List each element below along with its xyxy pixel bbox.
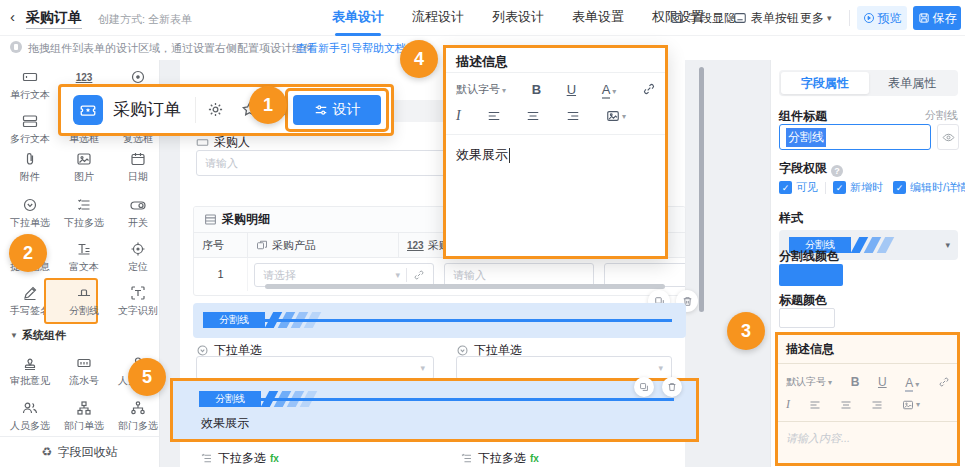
back-icon[interactable]: ‹ — [10, 8, 15, 25]
design-button[interactable]: 设计 — [293, 95, 381, 125]
description-popup: 描述信息 默认字号▾ B U A▾ I ▾ 效果展示 — [443, 45, 668, 259]
annotation-circle-4: 4 — [400, 40, 438, 78]
tab-flow-design[interactable]: 流程设计 — [409, 0, 467, 36]
form-button-icon — [733, 11, 747, 25]
selected-text: 分割线 — [786, 128, 826, 147]
form-designer-app: ‹ 采购订单 创建方式: 全新表单 表单设计 流程设计 列表设计 表单设置 权限… — [0, 0, 965, 467]
sidebar-item-select-single[interactable]: 下拉单选 — [4, 196, 56, 230]
perm-visible-label[interactable]: 可见 — [796, 180, 818, 195]
popup-divider — [446, 134, 665, 135]
single-text-icon — [196, 136, 209, 149]
select-multi-icon — [58, 196, 110, 214]
divider-pill: 分割线 — [199, 391, 261, 407]
field-visibility-button[interactable]: 字段显隐 — [670, 0, 736, 36]
chevron-down-icon: ▾ — [658, 363, 663, 373]
chevron-down-icon: ▾ — [622, 112, 626, 121]
link-icon[interactable] — [642, 82, 656, 96]
sidebar-item-ocr[interactable]: 文字识别 — [112, 284, 164, 318]
link-icon[interactable] — [938, 376, 950, 388]
checkbox-checked-icon[interactable]: ✓ — [893, 181, 906, 194]
desc-placeholder[interactable]: 请输入内容... — [786, 431, 850, 446]
align-left-icon[interactable] — [809, 399, 821, 411]
font-size-dropdown[interactable]: 默认字号▾ — [786, 375, 832, 389]
popup-divider — [446, 72, 665, 73]
sidebar-item-member-multi[interactable]: 人员多选 — [4, 399, 56, 433]
triangle-down-icon: ▼ — [10, 331, 18, 340]
tab-form-properties[interactable]: 表单属性 — [869, 72, 957, 94]
section-divider — [778, 363, 957, 364]
sidebar-item-location[interactable]: 定位 — [112, 240, 164, 274]
title-color-swatch[interactable] — [779, 308, 835, 328]
divider-component-demo[interactable]: 分割线 — [199, 391, 678, 407]
more-menu[interactable]: 更多▾ — [800, 0, 832, 36]
align-center-icon[interactable] — [526, 109, 540, 123]
desc-section-title: 描述信息 — [786, 341, 834, 358]
sidebar-item-multi-text[interactable]: 多行文本 — [4, 112, 56, 146]
insert-image-button[interactable]: ▾ — [902, 399, 920, 411]
canvas-scrollbar[interactable] — [699, 67, 704, 312]
font-color-button[interactable]: A▾ — [602, 80, 617, 98]
align-left-icon[interactable] — [487, 109, 501, 123]
annotation-circle-1: 1 — [249, 86, 287, 124]
tab-field-properties[interactable]: 字段属性 — [781, 72, 869, 94]
sidebar-item-rich-text[interactable]: 富文本 — [58, 240, 110, 274]
style-label: 样式 — [779, 210, 803, 227]
underline-button[interactable]: U — [567, 82, 576, 97]
form-title[interactable]: 采购订单 — [26, 9, 82, 29]
sidebar-item-divider[interactable]: 分割线 — [58, 284, 110, 318]
divider-color-swatch[interactable] — [779, 264, 843, 286]
tab-form-settings[interactable]: 表单设置 — [569, 0, 627, 36]
font-color-button[interactable]: A▾ — [905, 373, 919, 391]
sidebar-item-single-text[interactable]: 单行文本 — [4, 68, 56, 102]
sidebar-item-approval-comment[interactable]: 审批意见 — [4, 354, 56, 388]
gear-icon[interactable] — [207, 101, 224, 122]
underline-button[interactable]: U — [878, 375, 887, 389]
save-button[interactable]: 保存 — [913, 6, 961, 30]
align-right-icon[interactable] — [871, 399, 883, 411]
bold-button[interactable]: B — [532, 82, 541, 97]
app-icon — [73, 95, 103, 125]
sidebar-item-switch[interactable]: 开关 — [112, 196, 164, 230]
checkbox-checked-icon[interactable]: ✓ — [833, 181, 846, 194]
sidebar-item-date[interactable]: 日期 — [112, 150, 164, 184]
tab-form-design[interactable]: 表单设计 — [329, 0, 387, 36]
preview-button[interactable]: 预览 — [857, 6, 907, 30]
system-components-header[interactable]: ▼系统组件 — [10, 328, 66, 343]
subform-h-scrollbar[interactable] — [265, 284, 665, 289]
richtext-toolbar-row2: I ▾ — [456, 108, 626, 124]
sidebar-item-dept-single[interactable]: 部门单选 — [58, 399, 110, 433]
dropdown2-input[interactable]: ▾ — [456, 356, 672, 380]
component-title-input[interactable]: 分割线 — [779, 124, 931, 150]
bold-button[interactable]: B — [851, 375, 860, 389]
italic-button[interactable]: I — [786, 397, 790, 412]
richtext-content[interactable]: 效果展示 — [456, 146, 510, 164]
sidebar-item-serial-number[interactable]: 流水号 — [58, 354, 110, 388]
eye-button[interactable] — [937, 124, 959, 150]
panel-tabs: 字段属性 表单属性 — [779, 70, 958, 96]
tab-list-design[interactable]: 列表设计 — [489, 0, 547, 36]
sidebar-item-image[interactable]: 图片 — [58, 150, 110, 184]
dropdown1-input[interactable]: ▾ — [196, 356, 434, 380]
perm-edit-label[interactable]: 编辑时/详情时 — [910, 180, 965, 195]
font-size-dropdown[interactable]: 默认字号▾ — [456, 82, 506, 97]
perm-new-label[interactable]: 新增时 — [850, 180, 883, 195]
section-divider — [778, 421, 957, 422]
align-right-icon[interactable] — [566, 109, 580, 123]
table-icon — [204, 213, 217, 226]
italic-button[interactable]: I — [456, 108, 461, 124]
checkbox-checked-icon[interactable]: ✓ — [779, 181, 792, 194]
sidebar-item-attachment[interactable]: 附件 — [4, 150, 56, 184]
field-buyer-label: 采购人 — [196, 134, 250, 151]
link-icon[interactable] — [413, 269, 425, 281]
insert-image-button[interactable]: ▾ — [606, 109, 626, 123]
sidebar-item-dept-multi[interactable]: 部门多选 — [112, 399, 164, 433]
help-doc-link[interactable]: 查看新手引导帮助文档 — [296, 41, 406, 56]
align-center-icon[interactable] — [840, 399, 852, 411]
text-caret — [509, 148, 510, 163]
form-button-button[interactable]: 表单按钮 — [733, 0, 799, 36]
field-recycle-bin[interactable]: ♻字段回收站 — [0, 436, 159, 467]
chevron-down-icon: ▾ — [945, 240, 950, 250]
app-name: 采购订单 — [113, 98, 181, 121]
sidebar-item-select-multi[interactable]: 下拉多选 — [58, 196, 110, 230]
divider-component-selected[interactable]: 分割线 — [193, 303, 686, 338]
